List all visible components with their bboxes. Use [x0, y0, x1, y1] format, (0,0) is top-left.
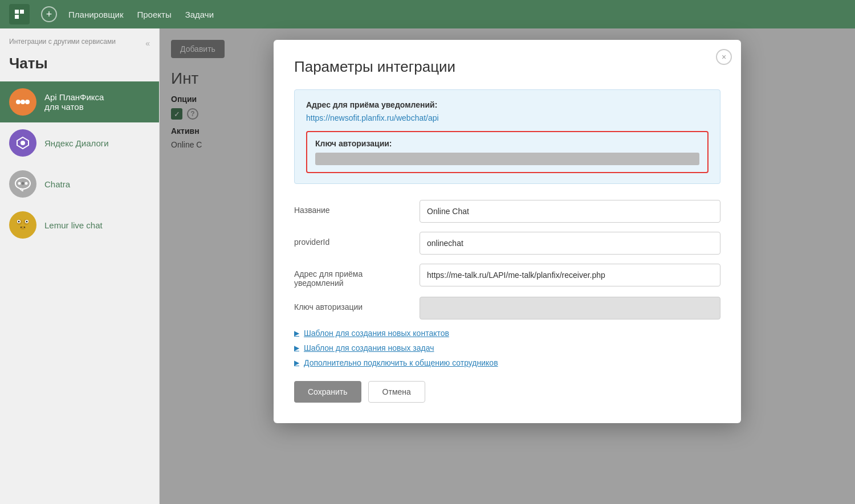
sidebar-item-label-yandex-dialogi: Яндекс Диалоги — [44, 138, 109, 148]
field-input-address[interactable] — [420, 264, 720, 286]
collapse-icon[interactable]: « — [145, 39, 150, 48]
nav-planner[interactable]: Планировщик — [68, 7, 123, 22]
modal-title: Параметры интеграции — [294, 58, 720, 76]
sidebar-item-lemur[interactable]: Lemur live chat — [0, 204, 159, 245]
modal-close-button[interactable]: × — [716, 49, 732, 65]
field-input-name[interactable] — [420, 200, 720, 223]
sidebar: Интеграции с другими сервисами « Чаты Ap… — [0, 28, 160, 504]
expand-link-contacts[interactable]: ▶ Шаблон для создания новых контактов — [294, 329, 720, 338]
sidebar-item-chatra[interactable]: Chatra — [0, 163, 159, 204]
field-label-name: Название — [294, 200, 408, 215]
svg-point-19 — [20, 226, 26, 230]
topbar-nav: Планировщик Проекты Задачи — [68, 7, 214, 22]
expand-link-tasks[interactable]: ▶ Шаблон для создания новых задач — [294, 343, 720, 353]
svg-point-4 — [21, 100, 25, 104]
form-row-auth-key: Ключ авторизации — [294, 297, 720, 319]
nav-projects[interactable]: Проекты — [137, 7, 171, 22]
svg-point-10 — [22, 182, 25, 185]
modal-overlay: × Параметры интеграции Адрес для приёма … — [160, 28, 855, 504]
auth-key-label: Ключ авторизации: — [315, 139, 699, 148]
expand-arrow-tasks: ▶ — [294, 344, 299, 352]
topbar: + Планировщик Проекты Задачи — [0, 0, 855, 28]
expand-link-contacts-text: Шаблон для создания новых контактов — [304, 329, 449, 338]
field-input-auth-key[interactable] — [420, 297, 720, 319]
svg-point-20 — [21, 227, 22, 228]
field-label-address: Адрес для приёма уведомлений — [294, 264, 408, 288]
cancel-button[interactable]: Отмена — [368, 381, 425, 403]
expand-arrow-employees: ▶ — [294, 359, 299, 367]
expand-link-employees[interactable]: ▶ Дополнительно подключить к общению сот… — [294, 358, 720, 367]
svg-point-17 — [18, 221, 20, 223]
auth-key-value — [315, 153, 699, 165]
svg-point-3 — [16, 100, 21, 104]
svg-point-9 — [18, 182, 21, 185]
sidebar-item-label-lemur: Lemur live chat — [44, 220, 103, 230]
expand-link-employees-text: Дополнительно подключить к общению сотру… — [304, 358, 498, 367]
sidebar-item-api-planfix[interactable]: Api ПланФиксадля чатов — [0, 81, 159, 122]
svg-point-7 — [21, 141, 25, 145]
form-row-address: Адрес для приёма уведомлений — [294, 264, 720, 288]
svg-rect-2 — [15, 15, 19, 19]
chatra-icon — [9, 170, 36, 198]
expand-link-tasks-text: Шаблон для создания новых задач — [304, 343, 434, 353]
info-address-label: Адрес для приёма уведомлений: — [306, 100, 709, 109]
lemur-icon — [9, 211, 36, 239]
form-row-name: Название — [294, 200, 720, 223]
auth-key-box: Ключ авторизации: — [306, 131, 709, 173]
modal-dialog: × Параметры интеграции Адрес для приёма … — [274, 40, 741, 423]
expand-arrow-contacts: ▶ — [294, 329, 299, 337]
yandex-dialogi-icon — [9, 129, 36, 157]
form-row-providerid: providerId — [294, 232, 720, 255]
sidebar-header-text: Интеграции с другими сервисами — [9, 38, 116, 47]
save-button[interactable]: Сохранить — [294, 381, 361, 403]
nav-tasks[interactable]: Задачи — [185, 7, 214, 22]
svg-point-21 — [24, 227, 25, 228]
main-area: Интеграции с другими сервисами « Чаты Ap… — [0, 28, 855, 504]
field-input-providerid[interactable] — [420, 232, 720, 255]
api-planfix-icon — [9, 88, 36, 116]
svg-point-11 — [25, 182, 28, 185]
svg-point-18 — [26, 221, 28, 223]
sidebar-item-yandex-dialogi[interactable]: Яндекс Диалоги — [0, 122, 159, 163]
info-box: Адрес для приёма уведомлений: https://ne… — [294, 89, 720, 184]
sidebar-item-label-chatra: Chatra — [44, 179, 70, 189]
field-label-auth-key: Ключ авторизации — [294, 297, 408, 312]
sidebar-header: Интеграции с другими сервисами « — [0, 38, 159, 55]
svg-rect-1 — [20, 10, 24, 14]
modal-buttons: Сохранить Отмена — [294, 381, 720, 403]
svg-rect-0 — [15, 10, 19, 14]
add-button-topbar[interactable]: + — [41, 6, 57, 22]
info-address-url[interactable]: https://newsofit.planfix.ru/webchat/api — [306, 113, 439, 122]
field-label-providerid: providerId — [294, 232, 408, 247]
svg-point-5 — [25, 100, 30, 104]
content-area: Добавить Инт Опции ✓ ? Активн Online C ×… — [160, 28, 855, 504]
sidebar-item-label-api-planfix: Api ПланФиксадля чатов — [44, 92, 104, 112]
app-logo[interactable] — [9, 4, 30, 24]
sidebar-title: Чаты — [0, 55, 159, 81]
